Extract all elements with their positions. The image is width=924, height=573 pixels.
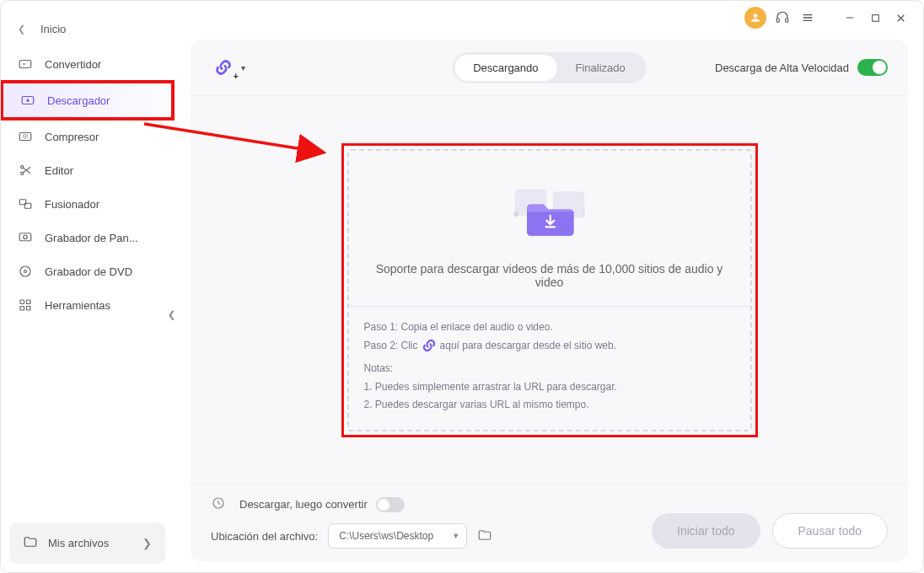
step-2-suffix: aquí para descargar desde el sitio web. xyxy=(440,337,616,356)
pause-all-button[interactable]: Pausar todo xyxy=(772,513,889,549)
notes-heading: Notas: xyxy=(364,360,735,378)
close-button[interactable] xyxy=(891,8,910,27)
note-1: 1. Puedes simplemente arrastrar la URL p… xyxy=(364,378,735,397)
user-avatar[interactable] xyxy=(744,7,766,29)
folder-icon xyxy=(23,534,38,552)
svg-rect-6 xyxy=(872,14,878,21)
screen-record-icon xyxy=(18,230,33,245)
drop-headline: Soporte para descargar videos de más de … xyxy=(366,262,733,289)
high-speed-toggle-row: Descarga de Alta Velocidad xyxy=(715,59,888,76)
folder-illustration xyxy=(499,174,600,250)
svg-rect-0 xyxy=(776,19,779,23)
svg-rect-22 xyxy=(20,307,24,311)
chevron-down-icon: ▼ xyxy=(452,532,459,540)
paste-url-dropdown[interactable]: ▾ xyxy=(241,63,245,72)
sidebar-item-label: Herramientas xyxy=(45,299,110,312)
convert-after-toggle[interactable] xyxy=(376,497,405,512)
file-location-select[interactable]: C:\Users\ws\Desktop ▼ xyxy=(328,523,467,549)
sidebar-item-grabador-pantalla[interactable]: Grabador de Pan... xyxy=(1,221,174,254)
sidebar-item-descargador[interactable]: Descargador xyxy=(1,81,174,120)
convert-after-label: Descargar, luego convertir xyxy=(239,498,368,511)
sidebar-item-label: Convertidor xyxy=(45,58,101,71)
high-speed-toggle[interactable] xyxy=(857,59,888,76)
svg-point-17 xyxy=(24,235,28,239)
sidebar-item-label: Grabador de DVD xyxy=(45,265,132,278)
tools-icon xyxy=(18,297,33,313)
sidebar-item-label: Grabador de Pan... xyxy=(45,232,138,244)
download-icon xyxy=(20,93,35,108)
svg-point-12 xyxy=(21,166,24,169)
file-location-label: Ubicación del archivo: xyxy=(211,530,318,543)
collapse-sidebar-handle[interactable]: ❮ xyxy=(164,303,178,326)
svg-point-13 xyxy=(21,172,24,174)
drop-area[interactable]: Soporte para descargar videos de más de … xyxy=(341,143,758,437)
convert-icon xyxy=(18,56,33,72)
tabs: Descargando Finalizado xyxy=(452,52,647,83)
sidebar-item-label: Editor xyxy=(45,164,73,177)
sidebar-item-label: Descargador xyxy=(47,94,110,107)
link-icon[interactable] xyxy=(421,337,438,354)
step-1-text: Paso 1: Copia el enlace del audio o vide… xyxy=(364,319,735,337)
dvd-icon xyxy=(18,264,33,279)
file-location-value: C:\Users\ws\Desktop xyxy=(339,530,433,542)
my-files-label: Mis archivos xyxy=(48,537,109,549)
sidebar-item-label: Fusionador xyxy=(45,198,99,211)
scissors-icon xyxy=(18,163,33,178)
tab-downloading[interactable]: Descargando xyxy=(454,55,556,81)
sidebar-item-label: Compresor xyxy=(45,131,99,143)
tab-finished[interactable]: Finalizado xyxy=(557,55,644,81)
svg-rect-21 xyxy=(27,300,31,304)
high-speed-label: Descarga de Alta Velocidad xyxy=(715,62,849,74)
sidebar-item-compresor[interactable]: Compresor xyxy=(1,120,174,153)
chevron-right-icon: ❯ xyxy=(142,537,152,549)
sidebar-item-fusionador[interactable]: Fusionador xyxy=(1,187,174,221)
sidebar-item-editor[interactable]: Editor xyxy=(1,153,174,187)
start-all-button[interactable]: Iniciar todo xyxy=(652,513,760,549)
note-2: 2. Puedes descargar varias URL al mismo … xyxy=(364,396,735,415)
merge-icon xyxy=(18,196,33,212)
toolbar: + ▾ Descargando Finalizado Descarga de A… xyxy=(191,40,908,96)
paste-url-button[interactable]: + xyxy=(211,55,236,80)
minimize-button[interactable] xyxy=(841,8,859,27)
menu-icon[interactable] xyxy=(798,8,817,27)
sidebar-item-herramientas[interactable]: Herramientas xyxy=(1,288,174,322)
svg-rect-23 xyxy=(27,307,31,311)
svg-rect-1 xyxy=(786,19,788,23)
bottom-bar: Descargar, luego convertir Ubicación del… xyxy=(191,483,908,562)
chevron-left-icon: ❮ xyxy=(18,24,25,35)
main-panel: + ▾ Descargando Finalizado Descarga de A… xyxy=(191,40,908,562)
svg-point-26 xyxy=(513,212,518,217)
sidebar-item-convertidor[interactable]: Convertidor xyxy=(1,47,174,81)
headset-icon[interactable] xyxy=(773,8,792,27)
my-files-button[interactable]: Mis archivos ❯ xyxy=(9,522,165,564)
clock-icon[interactable] xyxy=(211,495,226,513)
sidebar: ❮ Inicio Convertidor Descargador Compres… xyxy=(1,1,174,572)
svg-point-18 xyxy=(20,266,30,276)
svg-rect-16 xyxy=(19,233,31,241)
svg-rect-20 xyxy=(20,300,24,304)
home-link[interactable]: ❮ Inicio xyxy=(1,9,174,47)
svg-point-19 xyxy=(24,270,27,273)
open-folder-button[interactable] xyxy=(477,527,492,545)
compress-icon xyxy=(18,129,33,144)
plus-icon: + xyxy=(234,71,239,81)
sidebar-item-grabador-dvd[interactable]: Grabador de DVD xyxy=(1,254,174,288)
home-label: Inicio xyxy=(40,23,66,35)
maximize-button[interactable] xyxy=(866,8,884,27)
drop-instructions: Paso 1: Copia el enlace del audio o vide… xyxy=(349,306,750,430)
step-2-prefix: Paso 2: Clic xyxy=(364,337,418,356)
